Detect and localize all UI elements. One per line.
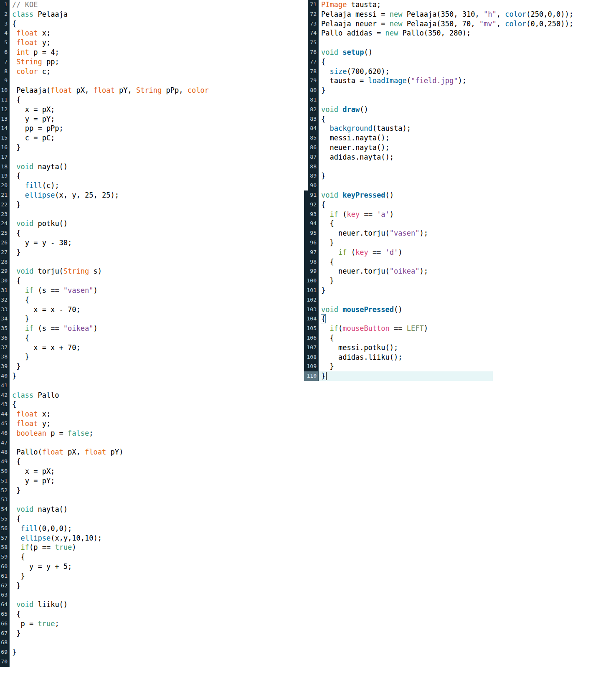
code-line-text[interactable]: } — [10, 629, 307, 638]
code-line-text[interactable]: ellipse(x, y, 25, 25); — [10, 190, 307, 200]
code-line[interactable]: 103void mousePressed() — [304, 305, 493, 315]
code-line[interactable]: 37 x = x + 70; — [0, 343, 307, 353]
code-line[interactable]: 69} — [0, 648, 307, 657]
code-line-text[interactable] — [10, 76, 307, 86]
code-line[interactable]: 40} — [0, 371, 307, 381]
code-line[interactable]: 44 float x; — [0, 409, 307, 419]
code-line[interactable]: 57 ellipse(x,y,10,10); — [0, 533, 307, 543]
code-line-text[interactable]: pp = pPp; — [10, 124, 307, 133]
code-line-text[interactable]: { — [319, 333, 493, 343]
code-line[interactable]: 16 } — [0, 143, 307, 152]
code-line-text[interactable]: float y; — [10, 38, 307, 48]
code-line[interactable]: 27 } — [0, 248, 307, 257]
code-line[interactable]: 53 — [0, 495, 307, 505]
code-line-text[interactable]: } — [10, 486, 307, 495]
code-line[interactable]: 55 { — [0, 514, 307, 524]
code-line[interactable]: 36 { — [0, 333, 307, 343]
code-line[interactable]: 24 void potku() — [0, 219, 307, 229]
code-line[interactable]: 31 if (s == "vasen") — [0, 286, 307, 295]
code-line[interactable]: 8 color c; — [0, 67, 307, 76]
code-line[interactable]: 74Pallo adidas = new Pallo(350, 280); — [308, 28, 616, 38]
code-line[interactable]: 39 } — [0, 362, 307, 371]
code-line[interactable]: 4 float x; — [0, 28, 307, 38]
code-line[interactable]: 76void setup() — [308, 48, 616, 57]
code-line-text[interactable] — [10, 638, 307, 648]
code-line-text[interactable]: { — [319, 314, 493, 324]
code-line[interactable]: 47 — [0, 438, 307, 448]
code-line-text[interactable]: } — [319, 286, 493, 295]
code-line[interactable]: 35 if (s == "oikea") — [0, 324, 307, 333]
code-line-text[interactable]: } — [319, 276, 493, 286]
code-line-text[interactable] — [319, 295, 493, 305]
code-line-text[interactable]: y = pY; — [10, 114, 307, 124]
code-line-text[interactable]: x = x + 70; — [10, 343, 307, 353]
code-line-text[interactable]: adidas.liiku(); — [319, 353, 493, 362]
code-line-text[interactable]: fill(0,0,0); — [10, 524, 307, 533]
code-line-text[interactable]: if(p == true) — [10, 543, 307, 552]
code-line[interactable]: 2class Pelaaja — [0, 10, 307, 19]
code-line[interactable]: 92{ — [304, 200, 493, 210]
code-line[interactable]: 78 size(700,620); — [308, 67, 616, 76]
code-line-text[interactable]: { — [10, 457, 307, 467]
code-line-text[interactable]: } — [10, 571, 307, 581]
code-line[interactable]: 6 int p = 4; — [0, 48, 307, 57]
code-line[interactable]: 107 messi.potku(); — [304, 343, 493, 353]
code-line[interactable]: 38 } — [0, 352, 307, 362]
code-line[interactable]: 96 } — [304, 238, 493, 248]
code-line-text[interactable] — [10, 257, 307, 267]
code-line-text[interactable]: fill(c); — [10, 181, 307, 190]
code-line[interactable]: 10 Pelaaja(float pX, float pY, String pP… — [0, 86, 307, 95]
code-line-text[interactable]: { — [10, 400, 307, 409]
code-line-text[interactable]: { — [10, 609, 307, 619]
code-line-text[interactable]: Pelaaja(float pX, float pY, String pPp, … — [10, 86, 307, 95]
code-line-text[interactable]: ellipse(x,y,10,10); — [10, 533, 307, 543]
code-line[interactable]: 56 fill(0,0,0); — [0, 524, 307, 533]
code-line[interactable]: 63 — [0, 590, 307, 600]
code-line-text[interactable]: } — [10, 371, 307, 381]
code-line[interactable]: 108 adidas.liiku(); — [304, 353, 493, 362]
code-line[interactable]: 109 } — [304, 362, 493, 371]
code-line-text[interactable]: p = true; — [10, 619, 307, 629]
code-line[interactable]: 7 String pp; — [0, 57, 307, 67]
code-line[interactable]: 29 void torju(String s) — [0, 267, 307, 276]
code-line-text[interactable]: c = pC; — [10, 133, 307, 143]
code-line[interactable]: 66 p = true; — [0, 619, 307, 629]
code-line[interactable]: 19 { — [0, 171, 307, 181]
code-line[interactable]: 41 — [0, 381, 307, 391]
code-line-text[interactable]: { — [10, 333, 307, 343]
code-line-text[interactable]: } — [10, 248, 307, 257]
code-line[interactable]: 77{ — [308, 57, 616, 67]
code-line-text[interactable] — [10, 210, 307, 219]
code-line[interactable]: 67 } — [0, 629, 307, 638]
code-line[interactable]: 58 if(p == true) — [0, 543, 307, 552]
code-line[interactable]: 46 boolean p = false; — [0, 429, 307, 438]
code-line[interactable]: 30 { — [0, 276, 307, 286]
code-line[interactable]: 101} — [304, 286, 493, 295]
code-line[interactable]: 59 { — [0, 552, 307, 562]
code-line-text[interactable]: { — [10, 171, 307, 181]
code-line[interactable]: 102 — [304, 295, 493, 305]
code-line-text[interactable]: if (key == 'a') — [319, 210, 493, 219]
code-line[interactable]: 17 — [0, 152, 307, 162]
code-line-text[interactable] — [319, 95, 616, 105]
code-line[interactable]: 70 — [0, 657, 307, 667]
code-line[interactable]: 94 { — [304, 219, 493, 229]
code-line-text[interactable]: void potku() — [10, 219, 307, 229]
code-line-text[interactable]: } — [10, 362, 307, 371]
code-line[interactable]: 18 void nayta() — [0, 162, 307, 172]
code-line-text[interactable]: if (key == 'd') — [319, 248, 493, 257]
code-line-text[interactable]: y = y - 30; — [10, 238, 307, 248]
code-line[interactable]: 68 — [0, 638, 307, 648]
code-line-text[interactable]: color c; — [10, 67, 307, 76]
code-line-text[interactable]: class Pelaaja — [10, 10, 307, 19]
code-line-text[interactable]: float x; — [10, 28, 307, 38]
code-line-text[interactable]: } — [10, 581, 307, 591]
code-line[interactable]: 33 x = x - 70; — [0, 305, 307, 315]
code-line-text[interactable] — [10, 438, 307, 448]
code-line-text[interactable]: float x; — [10, 409, 307, 419]
code-line-text[interactable]: { — [319, 219, 493, 229]
code-line-text[interactable]: void liiku() — [10, 600, 307, 609]
code-line-text[interactable]: { — [10, 295, 307, 305]
code-line[interactable]: 28 — [0, 257, 307, 267]
code-line-text[interactable] — [319, 181, 616, 190]
